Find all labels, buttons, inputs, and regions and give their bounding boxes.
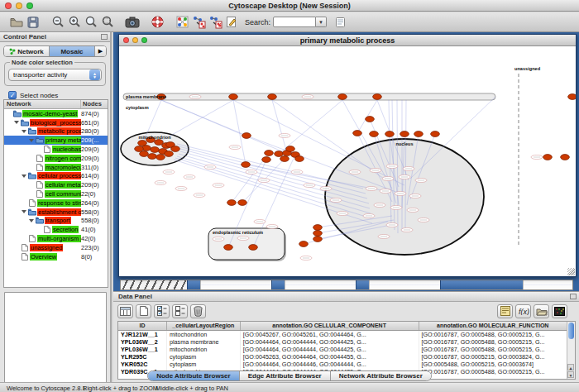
data-panel-float-icon[interactable] xyxy=(570,294,577,299)
snapshot-camera-icon[interactable] xyxy=(124,15,141,30)
destroy-view-icon[interactable] xyxy=(207,15,223,30)
delete-attribute-icon[interactable] xyxy=(190,304,206,318)
table-cell[interactable]: [GO:0044464, GO:0044444, GO:0044425, G..… xyxy=(240,346,419,353)
expand-arrow-icon[interactable] xyxy=(22,174,26,178)
table-row[interactable]: YLR295Ccytoplasm[GO:0045263, GO:0044464,… xyxy=(118,353,567,361)
table-cell[interactable]: YLR295C xyxy=(118,353,166,361)
unselect-all-attributes-icon[interactable] xyxy=(172,304,188,318)
tab-network[interactable]: Network xyxy=(4,46,50,56)
table-cell[interactable]: YPL036W__1 xyxy=(118,346,166,353)
tree-row[interactable]: multi-organism pro42(0) xyxy=(4,234,108,243)
tree-row[interactable]: biological_process651(0) xyxy=(4,118,108,127)
attribute-select-icon[interactable] xyxy=(117,304,133,318)
import-attributes-icon[interactable] xyxy=(534,304,549,318)
float-panel-icon[interactable] xyxy=(101,34,108,40)
tree-row[interactable]: response to stimulu264(0) xyxy=(4,198,108,208)
select-nodes-checkbox[interactable]: ✓ xyxy=(8,91,17,99)
table-cell[interactable]: mitochondrion xyxy=(166,330,240,338)
table-cell[interactable]: mitochondrion xyxy=(166,346,240,353)
table-column-header[interactable]: ID xyxy=(118,322,166,330)
table-cell[interactable]: cytoplasm xyxy=(166,361,240,368)
tree-row[interactable]: transport558(0) xyxy=(4,217,108,226)
new-attribute-icon[interactable] xyxy=(136,304,151,318)
formula-builder-icon[interactable]: f(x) xyxy=(515,304,531,318)
table-row[interactable]: YKR052Ccytoplasm[GO:0044464, GO:0044446,… xyxy=(118,361,567,368)
network-canvas[interactable]: plasma membranecytoplasmmitochondrionnuc… xyxy=(119,46,576,276)
expand-arrow-icon[interactable] xyxy=(29,219,34,222)
table-cell[interactable]: plasma membrane xyxy=(166,338,240,346)
table-cell[interactable]: [GO:0045267, GO:0045261, GO:0044464, G..… xyxy=(240,330,419,338)
tree-row[interactable]: secretion41(0) xyxy=(4,225,108,234)
table-cell[interactable]: [GO:0016787, GO:0005488, GO:0005215, G..… xyxy=(419,346,567,353)
open-session-icon[interactable] xyxy=(8,15,25,30)
table-column-header[interactable]: annotation.GO CELLULAR_COMPONENT xyxy=(240,322,419,330)
tabs-overflow-arrow-icon[interactable]: ▶ xyxy=(95,46,106,56)
expand-arrow-icon[interactable] xyxy=(29,139,34,142)
zoom-selected-icon[interactable] xyxy=(99,15,116,30)
search-input[interactable] xyxy=(273,17,316,27)
network-view-titlebar[interactable]: primary metabolic process xyxy=(119,35,576,46)
expand-arrow-icon[interactable] xyxy=(14,121,19,124)
view-resize-grip[interactable] xyxy=(567,268,575,275)
table-cell[interactable]: [GO:0016787, GO:0005488, GO:0005215, G..… xyxy=(419,338,567,346)
table-row[interactable]: YJR121W__1mitochondrion[GO:0045267, GO:0… xyxy=(118,330,567,338)
network-overview-icon[interactable] xyxy=(174,15,190,30)
table-cell[interactable]: [GO:0045263, GO:0044464, GO:0044455, G..… xyxy=(240,353,419,361)
tab-node-attribute-browser[interactable]: Node Attribute Browser xyxy=(148,371,240,380)
tab-mosaic[interactable]: Mosaic xyxy=(50,46,95,56)
tree-row[interactable]: cellular metabo209(0) xyxy=(4,180,108,189)
tree-row[interactable]: metabolic process280(0) xyxy=(4,127,108,136)
annotation-icon[interactable] xyxy=(223,15,240,30)
tree-row[interactable]: Overview8(0) xyxy=(4,252,108,261)
tree-row[interactable]: nitrogen compo209(0) xyxy=(4,154,108,163)
expand-arrow-icon[interactable] xyxy=(22,130,26,133)
tree-row[interactable]: cellular process614(0) xyxy=(4,172,108,181)
help-lifering-icon[interactable] xyxy=(149,15,165,30)
tab-network-attribute-browser[interactable]: Network Attribute Browser xyxy=(331,371,431,380)
tree-row[interactable]: unassigned223(0) xyxy=(4,243,108,252)
table-cell[interactable]: YJR121W__1 xyxy=(118,330,166,338)
tree-row[interactable]: nucleobase-209(0) xyxy=(4,145,108,154)
table-cell[interactable]: [GO:0044464, GO:0044446, GO:0044444, G..… xyxy=(240,361,419,368)
table-cell[interactable]: YKR052C xyxy=(118,361,166,368)
table-column-header[interactable]: annotation.GO MOLECULAR_FUNCTION xyxy=(419,322,567,330)
save-session-icon[interactable] xyxy=(25,15,41,30)
tree-row[interactable]: mosaic-demo-yeast874(0) xyxy=(4,109,108,118)
search-dropdown-arrow-icon[interactable]: ▼ xyxy=(316,17,327,27)
zoom-out-icon[interactable] xyxy=(50,15,66,30)
zoom-fit-icon[interactable] xyxy=(83,15,99,30)
tree-row[interactable]: cell communicat22(0) xyxy=(4,189,108,198)
attribute-editor-icon[interactable] xyxy=(497,304,513,318)
table-cell[interactable]: YPL036W__2 xyxy=(118,338,166,346)
tree-row-label: establishment of lo xyxy=(37,208,81,216)
tree-row-label: unassigned xyxy=(30,244,63,251)
attribute-table[interactable]: ID_cellularLayoutRegionannotation.GO CEL… xyxy=(118,322,567,375)
tab-edge-attribute-browser[interactable]: Edge Attribute Browser xyxy=(240,371,331,380)
zoom-in-icon[interactable] xyxy=(66,15,83,30)
tiled-windows-strip[interactable] xyxy=(120,280,573,290)
window-titlebar[interactable]: Cytoscape Desktop (New Session) xyxy=(0,0,579,12)
network-view-window[interactable]: primary metabolic process plasma membran… xyxy=(118,34,577,277)
table-cell[interactable]: [GO:0016787, GO:0005215, GO:0003824, G..… xyxy=(419,353,567,361)
node-color-dropdown[interactable]: transporter activity ▲▼ xyxy=(8,69,102,81)
table-row[interactable]: YPL036W__2plasma membrane[GO:0044464, GO… xyxy=(118,338,567,346)
table-column-header[interactable]: _cellularLayoutRegion xyxy=(166,322,240,330)
scrollbar-thumb[interactable] xyxy=(568,323,574,339)
create-view-icon[interactable] xyxy=(190,15,207,30)
expand-arrow-icon[interactable] xyxy=(22,210,26,213)
matrix-view-icon[interactable] xyxy=(552,304,567,318)
table-cell[interactable]: [GO:0016787, GO:0005488, GO:0005215, G..… xyxy=(419,330,567,338)
tree-row[interactable]: macromolecule311(0) xyxy=(4,163,108,172)
table-cell[interactable]: cytoplasm xyxy=(166,353,240,361)
table-cell[interactable]: [GO:0044464, GO:0044444, GO:0044425, G..… xyxy=(240,338,419,346)
data-panel-header: Data Panel xyxy=(113,292,579,302)
network-desktop: primary metabolic process plasma membran… xyxy=(113,32,579,291)
table-cell[interactable]: [GO:0005488, GO:0005215, GO:0003674] xyxy=(419,361,567,368)
tree-row-count: 209(0) xyxy=(81,155,108,162)
select-all-attributes-icon[interactable] xyxy=(154,304,170,318)
search-config-icon[interactable] xyxy=(332,15,348,30)
tree-row[interactable]: establishment of lo558(0) xyxy=(4,208,108,217)
svg-text:unassigned: unassigned xyxy=(514,66,541,71)
table-row[interactable]: YPL036W__1mitochondrion[GO:0044464, GO:0… xyxy=(118,346,567,353)
tree-row[interactable]: primary metabo209(... xyxy=(4,136,108,145)
